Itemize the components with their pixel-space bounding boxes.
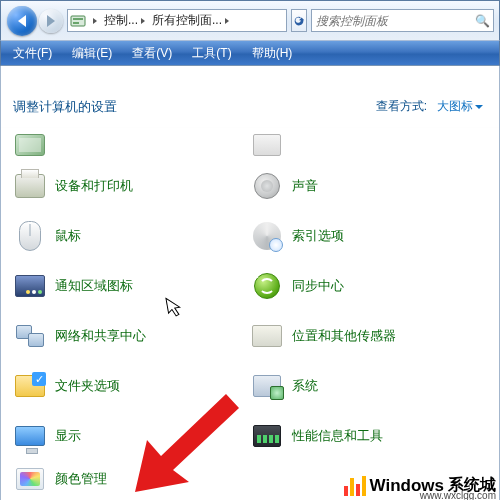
speaker-icon bbox=[250, 169, 284, 203]
mouse-icon bbox=[13, 219, 47, 253]
arrow-right-icon bbox=[47, 15, 55, 27]
items-grid: 设备和打印机 声音 鼠标 索引选项 通知区域图标 同步中心 网络和共享中心 bbox=[1, 128, 499, 492]
tray-icon bbox=[13, 269, 47, 303]
item-partial-right-2[interactable] bbox=[250, 466, 487, 492]
breadcrumb-seg-2[interactable]: 所有控制面... bbox=[149, 10, 233, 31]
menu-tools[interactable]: 工具(T) bbox=[182, 42, 241, 65]
titlebar: 控制... 所有控制面... 🔍 bbox=[0, 0, 500, 40]
item-label: 位置和其他传感器 bbox=[292, 328, 396, 345]
menu-view[interactable]: 查看(V) bbox=[122, 42, 182, 65]
item-label: 同步中心 bbox=[292, 278, 344, 295]
menu-help[interactable]: 帮助(H) bbox=[242, 42, 303, 65]
chevron-right-icon bbox=[141, 18, 145, 24]
item-mouse[interactable]: 鼠标 bbox=[13, 216, 250, 256]
chevron-right-icon bbox=[225, 18, 229, 24]
nav-forward-button[interactable] bbox=[39, 9, 63, 33]
nav-buttons bbox=[7, 6, 63, 36]
chevron-right-icon bbox=[93, 18, 97, 24]
item-label: 性能信息和工具 bbox=[292, 428, 383, 445]
view-mode-label: 查看方式: bbox=[376, 98, 427, 115]
item-location-sensors[interactable]: 位置和其他传感器 bbox=[250, 316, 487, 356]
generic-icon bbox=[13, 128, 47, 162]
menu-file[interactable]: 文件(F) bbox=[3, 42, 62, 65]
breadcrumb[interactable]: 控制... 所有控制面... bbox=[67, 9, 287, 32]
folder-options-icon bbox=[13, 369, 47, 403]
svg-rect-1 bbox=[73, 18, 83, 20]
item-label: 颜色管理 bbox=[55, 471, 107, 488]
item-label: 系统 bbox=[292, 378, 318, 395]
content-area: 调整计算机的设置 查看方式: 大图标 设备和打印机 声音 bbox=[0, 66, 500, 500]
menubar: 文件(F) 编辑(E) 查看(V) 工具(T) 帮助(H) bbox=[0, 40, 500, 66]
control-panel-icon bbox=[70, 13, 86, 29]
search-icon: 🔍 bbox=[471, 14, 493, 28]
caret-down-icon bbox=[475, 105, 483, 109]
generic-icon bbox=[250, 128, 284, 162]
item-indexing[interactable]: 索引选项 bbox=[250, 216, 487, 256]
refresh-button[interactable] bbox=[291, 9, 307, 32]
breadcrumb-seg-root[interactable] bbox=[89, 10, 101, 31]
item-devices-printers[interactable]: 设备和打印机 bbox=[13, 166, 250, 206]
search-input[interactable] bbox=[312, 14, 471, 28]
heading-row: 调整计算机的设置 查看方式: 大图标 bbox=[1, 96, 499, 128]
menu-edit[interactable]: 编辑(E) bbox=[62, 42, 122, 65]
performance-icon bbox=[250, 419, 284, 453]
item-performance[interactable]: 性能信息和工具 bbox=[250, 416, 487, 456]
network-icon bbox=[13, 319, 47, 353]
view-mode: 查看方式: 大图标 bbox=[376, 96, 487, 117]
printer-icon bbox=[13, 169, 47, 203]
display-icon bbox=[13, 419, 47, 453]
svg-rect-2 bbox=[73, 22, 79, 24]
sync-icon bbox=[250, 269, 284, 303]
item-partial-right[interactable] bbox=[250, 134, 487, 156]
search-box[interactable]: 🔍 bbox=[311, 9, 494, 32]
nav-back-button[interactable] bbox=[7, 6, 37, 36]
sensor-icon bbox=[250, 319, 284, 353]
item-system[interactable]: 系统 bbox=[250, 366, 487, 406]
generic-icon bbox=[250, 466, 284, 492]
color-icon bbox=[13, 466, 47, 492]
item-sound[interactable]: 声音 bbox=[250, 166, 487, 206]
item-notification-area[interactable]: 通知区域图标 bbox=[13, 266, 250, 306]
item-network-sharing[interactable]: 网络和共享中心 bbox=[13, 316, 250, 356]
item-display[interactable]: 显示 bbox=[13, 416, 250, 456]
watermark-url: www.wxclgg.com bbox=[420, 490, 496, 500]
item-label: 索引选项 bbox=[292, 228, 344, 245]
item-label: 鼠标 bbox=[55, 228, 81, 245]
view-mode-button[interactable]: 大图标 bbox=[433, 96, 487, 117]
item-partial-left[interactable] bbox=[13, 134, 250, 156]
item-sync-center[interactable]: 同步中心 bbox=[250, 266, 487, 306]
item-color-management[interactable]: 颜色管理 bbox=[13, 466, 250, 492]
indexing-icon bbox=[250, 219, 284, 253]
item-label: 通知区域图标 bbox=[55, 278, 133, 295]
page-heading: 调整计算机的设置 bbox=[13, 98, 376, 116]
breadcrumb-seg-1[interactable]: 控制... bbox=[101, 10, 149, 31]
arrow-left-icon bbox=[18, 15, 26, 27]
item-label: 网络和共享中心 bbox=[55, 328, 146, 345]
svg-rect-0 bbox=[71, 16, 85, 26]
item-folder-options[interactable]: 文件夹选项 bbox=[13, 366, 250, 406]
system-icon bbox=[250, 369, 284, 403]
item-label: 文件夹选项 bbox=[55, 378, 120, 395]
item-label: 声音 bbox=[292, 178, 318, 195]
item-label: 显示 bbox=[55, 428, 81, 445]
item-label: 设备和打印机 bbox=[55, 178, 133, 195]
